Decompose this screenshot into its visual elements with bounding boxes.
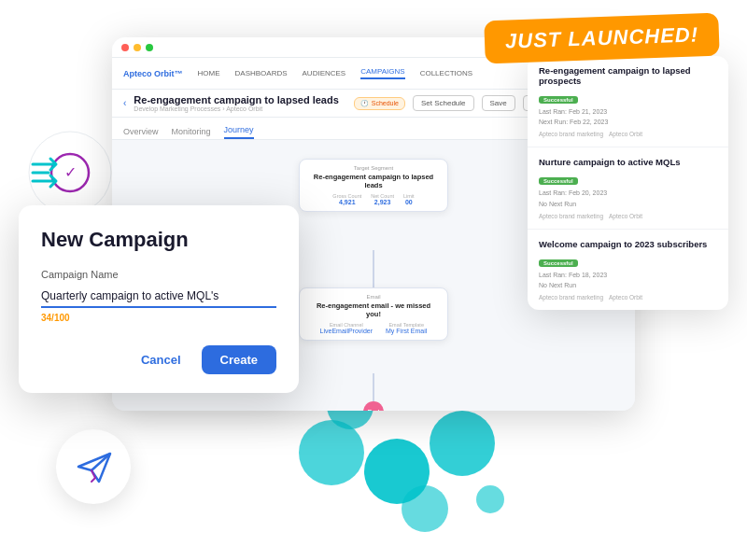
campaign-meta: Last Ran: Feb 18, 2023 No Next Run xyxy=(539,270,717,290)
char-count: 34/100 xyxy=(41,313,276,323)
campaign-badge: Successful xyxy=(539,259,578,267)
just-launched-badge: JUST LAUNCHED! xyxy=(484,13,720,64)
list-item[interactable]: Nurture campaign to active MQLs Successf… xyxy=(528,147,728,229)
create-button[interactable]: Create xyxy=(202,345,276,374)
end-node: End xyxy=(363,401,384,411)
campaign-name-input[interactable] xyxy=(41,286,276,308)
target-segment-node: Target Segment Re-engagement campaign to… xyxy=(299,159,448,212)
email-template: Email Template My First Email xyxy=(386,322,427,334)
list-item[interactable]: Welcome campaign to 2023 subscribers Suc… xyxy=(528,230,728,310)
connector-2 xyxy=(373,373,374,401)
back-button[interactable]: ‹ xyxy=(123,98,126,108)
campaign-title: Re-engagement campaign to lapsed leads xyxy=(134,94,345,105)
campaign-tags: Apteco brand marketing Apteco Orbit xyxy=(539,294,717,301)
target-label: Target Segment xyxy=(309,165,438,171)
campaign-tags: Apteco brand marketing Apteco Orbit xyxy=(539,131,717,137)
campaign-name-label: Campaign Name xyxy=(41,269,276,280)
nav-logo: Apteco Orbit™ xyxy=(123,69,183,78)
gross-count: Gross Count 4,921 xyxy=(332,193,361,205)
campaign-item-title: Welcome campaign to 2023 subscribers xyxy=(539,239,717,249)
close-dot xyxy=(121,44,129,51)
target-title: Re-engagement campaign to lapsed leads xyxy=(309,173,438,189)
tab-overview[interactable]: Overview xyxy=(123,127,159,139)
nav-dashboards[interactable]: DASHBOARDS xyxy=(235,69,288,77)
campaign-list-panel: Re-engagement campaign to lapsed prospec… xyxy=(528,56,728,310)
tab-monitoring[interactable]: Monitoring xyxy=(172,127,211,139)
decorative-plane xyxy=(56,429,131,504)
email-node: Email Re-engagement email - we missed yo… xyxy=(299,287,448,341)
cancel-button[interactable]: Cancel xyxy=(130,347,192,372)
tab-journey[interactable]: Journey xyxy=(224,125,254,139)
campaign-item-title: Nurture campaign to active MQLs xyxy=(539,157,717,167)
campaign-item-title: Re-engagement campaign to lapsed prospec… xyxy=(539,65,717,86)
modal-title: New Campaign xyxy=(41,228,276,252)
svg-text:✓: ✓ xyxy=(64,164,77,180)
schedule-badge: 🕐 Schedule xyxy=(354,97,405,110)
connector-1 xyxy=(373,250,374,287)
nav-collections[interactable]: COLLECTIONS xyxy=(420,69,472,77)
email-label: Email xyxy=(309,294,438,300)
campaign-badge: Successful xyxy=(539,177,578,185)
nav-home[interactable]: HOME xyxy=(198,69,220,77)
maximize-dot xyxy=(146,44,153,51)
modal-actions: Cancel Create xyxy=(41,345,276,374)
list-item[interactable]: Re-engagement campaign to lapsed prospec… xyxy=(528,56,728,147)
email-channel: Email Channel LiveEmailProvider xyxy=(320,322,373,334)
breadcrumb: Develop Marketing Processes › Apteco Orb… xyxy=(134,105,345,112)
decorative-arrows: ✓ xyxy=(28,131,112,215)
campaign-badge: Successful xyxy=(539,96,578,104)
campaign-meta: Last Ran: Feb 20, 2023 No Next Run xyxy=(539,188,717,208)
campaign-meta: Last Ran: Feb 21, 2023 Next Run: Feb 22,… xyxy=(539,106,717,127)
new-campaign-modal: New Campaign Campaign Name 34/100 Cancel… xyxy=(19,205,299,393)
set-schedule-button[interactable]: Set Schedule xyxy=(413,95,474,111)
clock-icon: 🕐 xyxy=(360,100,369,107)
net-count: Net Count 2,923 xyxy=(371,193,394,205)
email-title: Re-engagement email - we missed you! xyxy=(309,301,438,318)
campaign-tags: Apteco brand marketing Apteco Orbit xyxy=(539,213,717,219)
nav-campaigns[interactable]: CAMPAIGNS xyxy=(360,67,404,79)
limit-count: Limit 00 xyxy=(403,193,415,205)
nav-audiences[interactable]: AUDIENCES xyxy=(303,69,346,77)
minimize-dot xyxy=(134,44,141,51)
save-button[interactable]: Save xyxy=(482,95,515,111)
